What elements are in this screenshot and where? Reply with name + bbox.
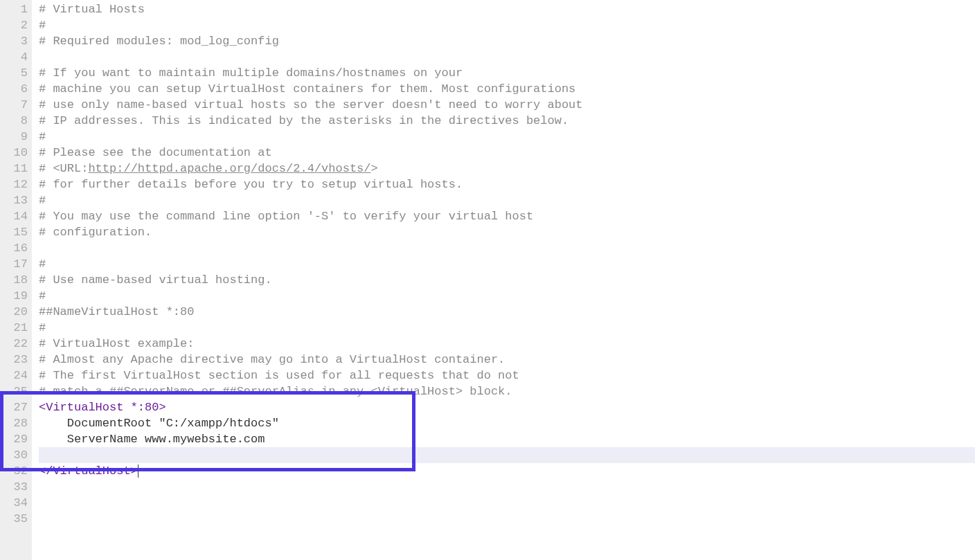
line-number: 12 [7,177,28,192]
code-line[interactable]: # for further details before you try to … [39,177,975,192]
code-line[interactable]: # [39,320,975,336]
code-line[interactable]: </VirtualHost> [39,447,975,463]
line-number: 23 [7,352,28,368]
comment-text: ##NameVirtualHost *:80 [39,305,194,318]
code-line[interactable] [39,511,975,527]
tag-text: <VirtualHost *:80> [39,401,166,414]
line-number: 5 [7,65,28,81]
comment-text: # configuration. [39,226,152,239]
line-number: 35 [7,511,28,527]
line-number: 19 [7,288,28,304]
line-number: 7 [7,97,28,113]
comment-text: # <URL: [39,162,88,175]
code-line[interactable]: # Virtual Hosts [39,1,975,17]
line-number: 1 [7,1,28,17]
code-line[interactable]: # match a ##ServerName or ##ServerAlias … [39,383,975,399]
code-line[interactable]: # You may use the command line option '-… [39,208,975,224]
code-line[interactable] [39,463,975,479]
code-line[interactable]: ServerName www.mywebsite.com [39,431,975,447]
attr-text: ServerName www.mywebsite.com [39,433,265,446]
code-line[interactable]: # Required modules: mod_log_config [39,33,975,49]
comment-text: # IP addresses. This is indicated by the… [39,114,569,127]
line-number: 10 [7,145,28,161]
line-number: 16 [7,240,28,256]
code-line[interactable]: # [39,17,975,33]
line-number: 2 [7,17,28,33]
code-line[interactable]: # VirtualHost example: [39,336,975,352]
link-text: http://httpd.apache.org/docs/2.4/vhosts/ [88,162,370,175]
line-number: 30 [7,447,28,463]
line-number: 14 [7,208,28,224]
code-line[interactable]: # machine you can setup VirtualHost cont… [39,81,975,97]
line-number: 32 [7,463,28,479]
line-number: 29 [7,431,28,447]
line-number-gutter: 1234567891011121314151617181920212223242… [0,0,32,560]
code-line[interactable]: # [39,129,975,145]
code-line[interactable] [39,49,975,65]
current-line-highlight [39,447,975,463]
comment-text: # [39,130,46,143]
line-number: 8 [7,113,28,129]
code-line[interactable] [39,240,975,256]
comment-text: # The first VirtualHost section is used … [39,369,519,382]
line-number: 28 [7,415,28,431]
line-number: 11 [7,161,28,177]
comment-text: # use only name-based virtual hosts so t… [39,98,583,111]
code-line[interactable]: DocumentRoot "C:/xampp/htdocs" [39,415,975,431]
comment-text: # [39,289,46,302]
line-number: 21 [7,320,28,336]
tag-text: </VirtualHost> [39,464,138,478]
comment-text: > [371,162,378,175]
comment-text: # [39,258,46,271]
comment-text: # match a ##ServerName or ##ServerAlias … [39,385,512,398]
code-line[interactable] [39,495,975,511]
code-line[interactable]: # If you want to maintain multiple domai… [39,65,975,81]
code-line[interactable]: # [39,256,975,272]
comment-text: # VirtualHost example: [39,337,194,350]
line-number: 22 [7,336,28,352]
line-number: 4 [7,49,28,65]
comment-text: # [39,321,46,334]
code-area[interactable]: # Virtual Hosts## Required modules: mod_… [32,0,975,560]
comment-text: # You may use the command line option '-… [39,210,533,223]
line-number: 34 [7,495,28,511]
comment-text: # Virtual Hosts [39,3,145,16]
comment-text: # [39,194,46,207]
code-line[interactable]: # Almost any Apache directive may go int… [39,352,975,368]
comment-text: # machine you can setup VirtualHost cont… [39,82,575,96]
comment-text: # Please see the documentation at [39,146,272,159]
line-number: 24 [7,368,28,383]
code-line[interactable]: # [39,192,975,208]
line-number: 20 [7,304,28,320]
text-caret [138,464,138,478]
code-line[interactable]: # configuration. [39,224,975,240]
code-line[interactable]: # IP addresses. This is indicated by the… [39,113,975,129]
code-line[interactable]: # use only name-based virtual hosts so t… [39,97,975,113]
code-line[interactable] [39,479,975,495]
comment-text: # Use name-based virtual hosting. [39,273,272,287]
comment-text: # for further details before you try to … [39,178,463,191]
code-line[interactable]: ##NameVirtualHost *:80 [39,304,975,320]
comment-text: # [39,19,46,32]
line-number: 15 [7,224,28,240]
line-number: 18 [7,272,28,288]
code-line[interactable]: # Please see the documentation at [39,145,975,161]
line-number: 13 [7,192,28,208]
line-number: 27 [7,399,28,415]
code-line[interactable]: # [39,288,975,304]
code-line[interactable]: # <URL:http://httpd.apache.org/docs/2.4/… [39,161,975,177]
line-number: 3 [7,33,28,49]
string-text: "C:/xampp/htdocs" [159,417,278,430]
line-number: 33 [7,479,28,495]
line-number: 25 [7,383,28,399]
code-line[interactable]: # The first VirtualHost section is used … [39,368,975,383]
line-number: 9 [7,129,28,145]
code-line[interactable]: <VirtualHost *:80> [39,399,975,415]
code-line[interactable]: # Use name-based virtual hosting. [39,272,975,288]
comment-text: # Required modules: mod_log_config [39,35,279,48]
line-number: 17 [7,256,28,272]
code-editor[interactable]: 1234567891011121314151617181920212223242… [0,0,975,560]
attr-text: DocumentRoot [39,417,159,430]
line-number: 6 [7,81,28,97]
comment-text: # Almost any Apache directive may go int… [39,353,505,366]
